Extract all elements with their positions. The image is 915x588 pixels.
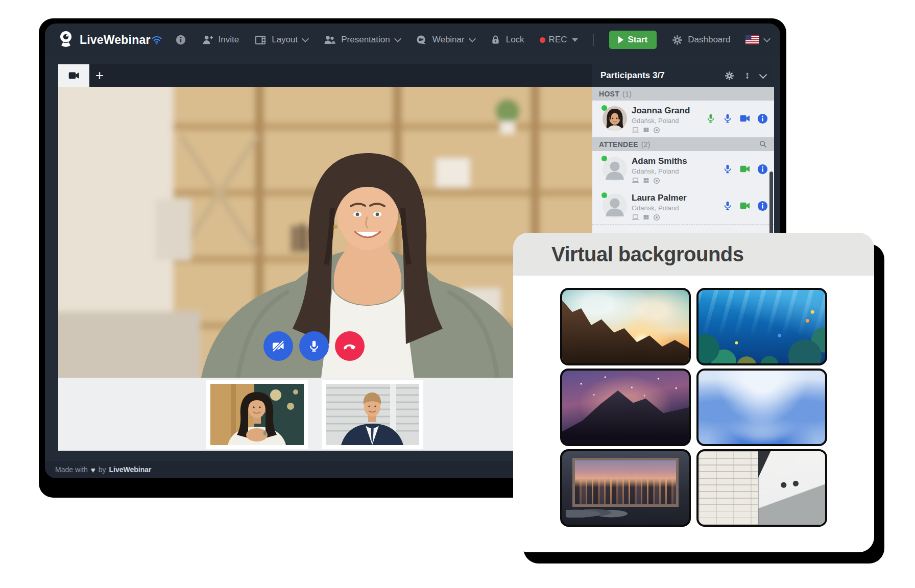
camera-active-icon[interactable] (739, 164, 751, 174)
laptop-icon (632, 127, 639, 133)
info-icon[interactable] (757, 164, 768, 175)
device-icons (632, 127, 690, 134)
layout-menu[interactable]: Layout (254, 34, 308, 46)
language-selector[interactable] (745, 35, 769, 44)
call-controls (263, 331, 365, 361)
chevron-down-icon (394, 35, 401, 42)
participant-location: Gdańsk, Poland (632, 117, 690, 125)
vb-thumb-blue-ink[interactable] (696, 369, 827, 446)
presence-dot (601, 105, 607, 111)
hangup-icon (343, 339, 357, 353)
layout-label: Layout (272, 35, 298, 45)
start-button[interactable]: Start (609, 31, 657, 49)
section-label: ATTENDEE (599, 140, 638, 149)
rec-dropdown[interactable]: REC (540, 35, 578, 45)
sort-updown-icon[interactable] (743, 71, 751, 81)
mic-icon (307, 339, 321, 353)
avatar (603, 106, 627, 131)
filmstrip-thumb-female-attendee[interactable] (206, 380, 308, 449)
virtual-backgrounds-grid (513, 276, 874, 527)
mic-icon[interactable] (723, 113, 733, 124)
info-icon[interactable] (175, 34, 186, 45)
chrome-icon (653, 127, 660, 134)
participants-header: Participants 3/7 (592, 64, 774, 87)
presentation-label: Presentation (341, 35, 390, 45)
gear-icon[interactable] (725, 71, 734, 81)
participants-tools (725, 71, 766, 81)
brand[interactable]: LiveWebinar (57, 30, 151, 50)
presence-dot (601, 156, 607, 161)
footer-text: by (99, 465, 106, 474)
footer-text: Made with (55, 465, 88, 474)
footer-brand-link[interactable]: LiveWebinar (109, 465, 152, 474)
participant-info: Joanna Grand Gdańsk, Poland (632, 106, 690, 132)
wifi-icon (151, 34, 163, 46)
participant-name: Adam Smiths (632, 157, 687, 166)
participant-row-attendee[interactable]: Laura Palmer Gdańsk, Poland (592, 188, 774, 225)
vb-thumb-night-mountains[interactable] (560, 369, 691, 446)
virtual-backgrounds-header: Virtual backgrounds (513, 233, 874, 276)
invite-button[interactable]: Invite (202, 34, 239, 46)
participant-actions (723, 200, 768, 211)
participant-info: Laura Palmer Gdańsk, Poland (632, 193, 687, 218)
invite-person-icon (202, 34, 213, 46)
search-icon[interactable] (759, 140, 767, 149)
laptop-icon (632, 214, 639, 220)
participant-name: Laura Palmer (632, 193, 687, 203)
webinar-label: Webinar (432, 35, 465, 45)
camera-icon[interactable] (739, 114, 751, 123)
city-window-view (572, 458, 679, 507)
presence-dot (601, 192, 607, 198)
presentation-menu[interactable]: Presentation (323, 34, 400, 46)
camera-off-button[interactable] (263, 331, 293, 361)
vb-thumb-city-window[interactable] (560, 449, 691, 527)
chevron-down-icon (302, 35, 309, 42)
navbar-actions: Invite Layout (151, 31, 770, 49)
device-icons (632, 214, 687, 221)
mic-icon[interactable] (723, 163, 733, 175)
camera-off-icon (271, 339, 285, 353)
caret-down-icon (572, 38, 578, 42)
info-icon[interactable] (757, 201, 768, 211)
laptop-icon (632, 177, 639, 184)
mic-active-icon[interactable] (706, 113, 716, 124)
lock-label: Lock (506, 35, 524, 45)
screenshot-stage: LiveWebinar (0, 0, 915, 588)
webinar-menu[interactable]: Webinar (416, 34, 475, 46)
participant-location: Gdańsk, Poland (632, 204, 687, 212)
camera-active-icon[interactable] (739, 201, 751, 210)
filmstrip-thumb-male-attendee[interactable] (322, 380, 423, 449)
chevron-down-icon (763, 35, 770, 42)
mic-icon[interactable] (723, 200, 733, 211)
play-icon (618, 36, 623, 43)
info-icon[interactable] (757, 113, 768, 124)
tab-add-stream[interactable]: + (89, 64, 110, 87)
window-seat-pillows (566, 503, 639, 521)
invite-label: Invite (219, 35, 239, 45)
participant-location: Gdańsk, Poland (632, 167, 687, 175)
mic-button[interactable] (299, 331, 329, 361)
navbar-divider (593, 34, 594, 46)
participant-row-attendee[interactable]: Adam Smiths Gdańsk, Poland (592, 151, 774, 188)
device-icons (632, 177, 687, 184)
participant-info: Adam Smiths Gdańsk, Poland (632, 157, 687, 182)
participants-title: Participants 3/7 (600, 70, 665, 81)
participant-actions (723, 163, 768, 175)
heart-icon: ♥ (91, 465, 95, 474)
vb-thumb-mountain-sunset[interactable] (560, 288, 691, 365)
camera-tab-icon (67, 69, 81, 82)
vb-thumb-underwater-reef[interactable] (696, 288, 827, 365)
vb-thumb-office-brick-wall[interactable] (696, 449, 827, 527)
start-label: Start (628, 35, 648, 45)
layout-icon (254, 34, 267, 46)
chevron-down-icon (469, 35, 476, 42)
hangup-button[interactable] (335, 331, 365, 361)
video-tabbar: + (58, 64, 677, 87)
participant-name: Joanna Grand (632, 106, 690, 116)
tab-camera[interactable] (58, 64, 89, 87)
participant-row-host[interactable]: Joanna Grand Gdańsk, Poland (592, 101, 774, 137)
section-count: (2) (641, 140, 651, 149)
dashboard-button[interactable]: Dashboard (672, 35, 730, 45)
lock-button[interactable]: Lock (490, 34, 524, 45)
collapse-chevron-icon[interactable] (759, 70, 767, 79)
